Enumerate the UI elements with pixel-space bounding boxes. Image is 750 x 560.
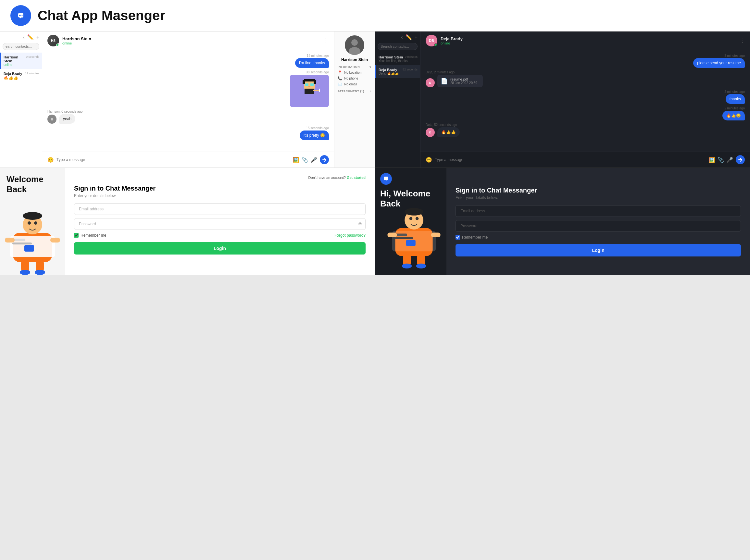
sidebar-light: ‹ ✏️ + 0 seconds Harrison Stein online 1… (0, 32, 42, 167)
contact-preview-dark: You: I'm fine, thanks (379, 59, 417, 63)
file-attachment: 📄 resume.pdf 28 Jan 2022 20:59 (437, 75, 483, 87)
remember-me-dark[interactable]: Remember me (455, 235, 741, 240)
location-item: 📍 No Location (338, 71, 371, 75)
svg-point-39 (410, 217, 413, 220)
chat-input-bar-light: 😊 🖼️ 📎 🎤 (42, 152, 334, 167)
app-header: Chat App Masenger (0, 0, 750, 32)
svg-rect-14 (319, 88, 320, 92)
send-button-dark[interactable] (736, 155, 745, 164)
email-input-light[interactable] (74, 203, 366, 215)
contact-item-harrison-dark[interactable]: 9 minutes Harrison Stein You: I'm fine, … (375, 53, 420, 65)
contact-time-deja: 11 minutes (25, 72, 39, 75)
add-icon-dark[interactable]: + (415, 35, 417, 40)
svg-rect-13 (313, 90, 320, 91)
svg-point-1 (19, 15, 20, 16)
search-input-dark[interactable] (378, 43, 417, 50)
edit-icon[interactable]: ✏️ (27, 34, 34, 40)
dark-msg-bubble-3: thanks (726, 94, 745, 104)
chat-contact-name-dark: Deja Brady (440, 36, 463, 41)
attachment-icon-dark[interactable]: 📎 (717, 157, 724, 163)
svg-rect-12 (309, 86, 310, 87)
send-button[interactable] (320, 155, 329, 164)
pdf-icon: 📄 (440, 78, 448, 85)
svg-rect-36 (394, 237, 413, 239)
svg-rect-37 (406, 240, 416, 246)
online-indicator (56, 43, 59, 46)
menu-dots-dark[interactable]: ⋮ (739, 38, 745, 44)
dark-msg-time-4: 2 minutes ago (724, 106, 745, 110)
add-icon[interactable]: + (36, 35, 39, 40)
emoji-icon[interactable]: 😊 (47, 157, 54, 163)
msg-time-2: 38 seconds ago (306, 71, 329, 74)
back-icon-dark[interactable]: ‹ (401, 35, 402, 40)
info-section-title: INFORMATION ∨ (338, 65, 371, 68)
chevron-down-icon[interactable]: ∨ (369, 65, 372, 68)
svg-rect-9 (314, 80, 316, 84)
contact-item-deja[interactable]: 11 minutes Deja Brady 🔥👍👍 (0, 69, 42, 83)
welcome-text-dark: Hi, Welcome Back (380, 188, 447, 209)
email-input-dark[interactable] (455, 205, 741, 217)
password-input-light[interactable] (74, 218, 366, 230)
menu-dots[interactable]: ⋮ (323, 37, 329, 44)
avatar-small-deja2: D (426, 128, 435, 137)
avatar-wrap: HS (47, 35, 59, 46)
message-input-light[interactable] (57, 157, 290, 162)
main-grid: ‹ ✏️ + 0 seconds Harrison Stein online 1… (0, 32, 750, 275)
svg-rect-11 (310, 83, 314, 86)
msg-sender-3: Harrison, 0 seconds ago (47, 110, 82, 113)
dark-msg-bubble-4: 🔥👍😊 (723, 111, 745, 120)
svg-rect-42 (387, 233, 397, 237)
contact-item-harrison[interactable]: 0 seconds Harrison Stein online (0, 53, 42, 69)
image-icon[interactable]: 🖼️ (293, 157, 299, 163)
password-eye-icon[interactable]: 👁 (358, 221, 362, 226)
svg-rect-22 (24, 245, 34, 252)
svg-rect-28 (50, 238, 60, 242)
chevron-right-icon[interactable]: › (371, 89, 372, 93)
remember-me-label[interactable]: Remember me (74, 233, 106, 238)
contact-preview-deja: 🔥👍👍 (4, 76, 39, 80)
svg-point-46 (402, 264, 412, 268)
get-started-link[interactable]: Get started (347, 176, 366, 180)
message-2: 38 seconds ago (290, 71, 329, 107)
image-icon-dark[interactable]: 🖼️ (708, 157, 715, 163)
message-input-dark[interactable] (435, 157, 706, 162)
back-icon[interactable]: ‹ (23, 35, 24, 40)
remember-row: Remember me Forgot password? (74, 233, 366, 238)
mic-icon[interactable]: 🎤 (311, 157, 317, 163)
email-text: No email (344, 82, 357, 86)
forgot-password-link[interactable]: Forgot password? (334, 233, 366, 238)
chat-contact-name: Harrison Stein (62, 36, 91, 41)
email-icon: ✉️ (338, 82, 342, 86)
dark-msg-time-3: 2 minutes ago (724, 90, 745, 94)
password-input-dark[interactable] (455, 220, 741, 232)
contact-preview-deja-dark: Deja: 🔥👍👍 (379, 72, 417, 75)
emoji-icon-dark[interactable]: 😊 (426, 157, 432, 163)
login-illustration-light: Welcome Back (0, 168, 65, 275)
phone-icon: 📞 (338, 76, 342, 81)
app-logo (11, 5, 31, 26)
contact-item-deja-dark[interactable]: 52 seconds Deja Brady Deja: 🔥👍👍 (375, 65, 420, 78)
contact-time-dark: 9 minutes (405, 55, 417, 58)
sidebar-search[interactable] (3, 43, 39, 50)
chat-header-info: HS Harrison Stein online (47, 35, 91, 46)
sidebar-dark-search[interactable] (375, 43, 420, 53)
login-button-light[interactable]: Login (74, 242, 366, 255)
sidebar-dark: ‹ ✏️ + 9 minutes Harrison Stein You: I'm… (375, 32, 420, 167)
login-form-dark: Sign in to Chat Messanger Enter your det… (447, 168, 750, 275)
sign-in-sub-dark: Enter your details below. (455, 196, 741, 200)
remember-checkbox[interactable] (74, 233, 79, 238)
edit-icon-dark[interactable]: ✏️ (406, 34, 412, 40)
svg-rect-43 (431, 233, 440, 237)
login-button-dark[interactable]: Login (455, 244, 741, 257)
sign-in-title-light: Sign in to Chat Messanger (74, 185, 366, 192)
dark-msg-left-5: D 🔥👍👍 (426, 127, 460, 137)
chat-contact-status: online (62, 41, 91, 45)
dark-msg-3: 2 minutes ago thanks (724, 90, 745, 104)
search-input-light[interactable] (3, 43, 39, 50)
dark-msg-5: Deja, 52 seconds ago D 🔥👍👍 (426, 123, 460, 137)
mic-icon-dark[interactable]: 🎤 (727, 157, 733, 163)
attachment-icon[interactable]: 📎 (302, 157, 308, 163)
remember-checkbox-dark[interactable] (455, 235, 460, 240)
message-1: 19 minutes ago I'm fine, thanks (295, 54, 329, 68)
profile-avatar (345, 35, 364, 55)
